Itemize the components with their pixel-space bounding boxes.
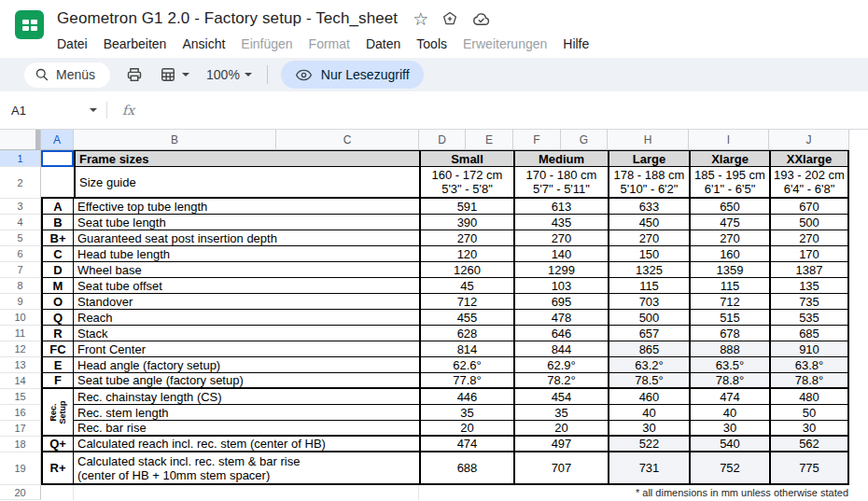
spec-value-cell[interactable]: 30 [608,421,689,437]
spec-label-cell[interactable]: Guaranteed seat post insertion depth [74,230,419,246]
col-header-a[interactable]: A [41,130,74,150]
spec-value-cell[interactable]: 120 [419,246,513,262]
col-header-b[interactable]: B [74,130,276,150]
col-header-i[interactable]: I [689,130,769,150]
spec-value-cell[interactable]: 270 [419,230,513,246]
frame-sizes-title-cell[interactable]: Frame sizes [74,150,419,167]
col-header-g[interactable]: G [561,130,608,150]
spec-value-cell[interactable]: 270 [689,230,769,246]
spec-value-cell[interactable]: 115 [689,278,769,294]
row-header[interactable]: 8 [0,278,41,294]
spec-label-cell[interactable]: Rec. bar rise [74,421,419,437]
size-header-cell[interactable]: Medium [513,150,608,167]
selected-cell-a1[interactable] [41,150,74,167]
menu-daten[interactable]: Daten [366,36,400,51]
spec-label-cell[interactable]: Seat tube length [74,215,419,230]
spec-label-cell[interactable]: Effective top tube length [74,199,419,215]
menu-hilfe[interactable]: Hilfe [563,36,589,51]
size-guide-cell[interactable]: 185 - 195 cm 6'1" - 6'5" [689,167,769,199]
spec-value-cell[interactable]: 63.5° [689,357,769,373]
spec-value-cell[interactable]: 270 [769,230,849,246]
spec-value-cell[interactable]: 480 [769,389,849,405]
row-header[interactable]: 14 [0,373,41,389]
empty-cell[interactable] [74,485,419,500]
star-icon[interactable]: ☆ [413,10,428,28]
spec-value-cell[interactable]: 474 [419,437,513,452]
menu-ansicht[interactable]: Ansicht [182,36,225,51]
spec-code-cell[interactable]: A [41,199,74,215]
row-header[interactable]: 13 [0,357,41,373]
spec-code-cell[interactable]: Q+ [41,437,74,452]
spec-value-cell[interactable]: 390 [419,215,513,230]
spec-label-cell[interactable]: Calculated stack incl. rec. stem & bar r… [74,452,419,485]
size-guide-cell[interactable]: 193 - 202 cm 6'4" - 6'8" [769,167,849,199]
spec-value-cell[interactable]: 160 [689,246,769,262]
spec-value-cell[interactable]: 1387 [769,262,849,278]
spec-label-cell[interactable]: Standover [74,294,419,310]
spec-label-cell[interactable]: Seat tube offset [74,278,419,294]
spec-value-cell[interactable]: 450 [608,215,689,230]
spec-label-cell[interactable]: Head tube length [74,246,419,262]
formula-input[interactable] [134,91,868,129]
spec-code-cell[interactable]: E [41,357,74,373]
spec-value-cell[interactable]: 562 [769,437,849,452]
spec-value-cell[interactable]: 591 [419,199,513,215]
spec-value-cell[interactable]: 613 [513,199,608,215]
spec-label-cell[interactable]: Calculated reach incl. rec. stem (center… [74,437,419,452]
size-header-cell[interactable]: Small [419,150,513,167]
col-header-h[interactable]: H [608,130,689,150]
row-header[interactable]: 1 [0,150,41,167]
row-header[interactable]: 4 [0,215,41,230]
spec-value-cell[interactable]: 78.8° [769,373,849,389]
spec-value-cell[interactable]: 63.8° [769,357,849,373]
spec-value-cell[interactable]: 707 [513,452,608,485]
row-header[interactable]: 9 [0,294,41,310]
spec-value-cell[interactable]: 475 [689,215,769,230]
spec-value-cell[interactable]: 712 [419,294,513,310]
spec-value-cell[interactable]: 435 [513,215,608,230]
spec-value-cell[interactable]: 150 [608,246,689,262]
spec-code-cell[interactable]: B [41,215,74,230]
spec-value-cell[interactable]: 688 [419,452,513,485]
spec-code-cell[interactable]: F [41,373,74,389]
spec-value-cell[interactable]: 478 [513,310,608,326]
document-title[interactable]: Geometron G1 2.0 - Factory setup - Tech_… [57,9,398,28]
spec-label-cell[interactable]: Stack [74,326,419,341]
spec-value-cell[interactable]: 888 [689,341,769,357]
col-header-j[interactable]: J [769,130,849,150]
sheets-logo[interactable] [15,10,44,39]
spec-value-cell[interactable]: 77.8° [419,373,513,389]
spec-value-cell[interactable]: 78.8° [689,373,769,389]
spec-code-cell[interactable]: D [41,262,74,278]
rec-setup-merged-cell[interactable]: Rec. Setup [41,389,74,437]
spec-value-cell[interactable]: 500 [769,215,849,230]
spec-label-cell[interactable]: Front Center [74,341,419,357]
spec-value-cell[interactable]: 497 [513,437,608,452]
spec-value-cell[interactable]: 115 [608,278,689,294]
cloud-saved-icon[interactable] [471,9,491,29]
zoom-control[interactable]: 100% [206,67,252,82]
spec-code-cell[interactable]: B+ [41,230,74,246]
spec-value-cell[interactable]: 646 [513,326,608,341]
spec-value-cell[interactable]: 844 [513,341,608,357]
readonly-mode-button[interactable]: Nur Lesezugriff [281,61,424,89]
row-header[interactable]: 7 [0,262,41,278]
spec-code-cell[interactable]: FC [41,341,74,357]
spec-value-cell[interactable]: 40 [608,405,689,421]
spec-value-cell[interactable]: 1299 [513,262,608,278]
row-header[interactable]: 16 [0,405,41,421]
spec-value-cell[interactable]: 270 [608,230,689,246]
spec-label-cell[interactable]: Wheel base [74,262,419,278]
spec-value-cell[interactable]: 685 [769,326,849,341]
spec-label-cell[interactable]: Seat tube angle (factory setup) [74,373,419,389]
row-header[interactable]: 10 [0,310,41,326]
size-guide-cell[interactable]: 170 - 180 cm 5'7" - 5'11" [513,167,608,199]
grid-view-button[interactable] [159,65,189,84]
footnote-cell[interactable]: * all dimensions in mm unless otherwise … [419,485,849,500]
spec-value-cell[interactable]: 695 [513,294,608,310]
spec-code-cell[interactable]: R+ [41,452,74,485]
spec-value-cell[interactable]: 1260 [419,262,513,278]
spec-code-cell[interactable]: C [41,246,74,262]
select-all-corner[interactable] [0,130,41,150]
col-header-d[interactable]: D [419,130,466,150]
